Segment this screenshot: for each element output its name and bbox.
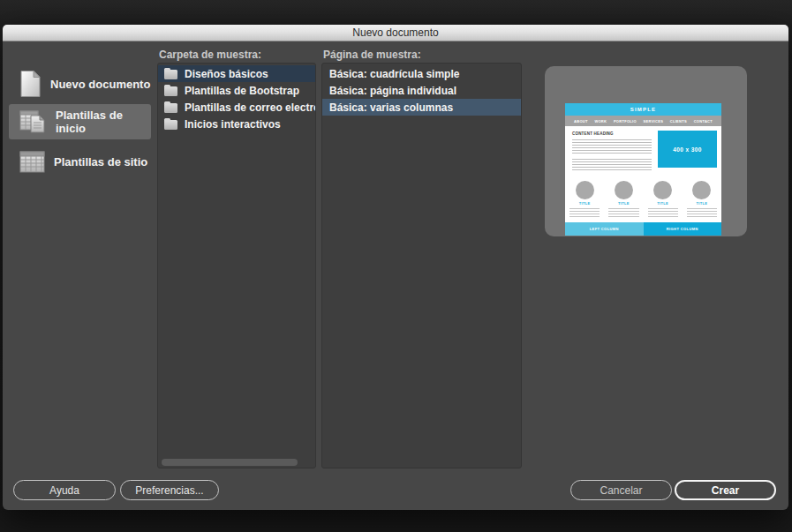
create-button[interactable]: Crear [675, 480, 776, 500]
dialog-title: Nuevo documento [352, 26, 438, 39]
horizontal-scrollbar-thumb[interactable] [162, 459, 298, 466]
sidebar-item-starter-templates[interactable]: Plantillas de inicio [9, 104, 151, 139]
sidebar-item-label: Nuevo documento [50, 78, 150, 91]
preview-site-title: SIMPLE [565, 103, 721, 116]
preview-text-placeholder [572, 139, 652, 154]
preview-nav-bar: ABOUT WORK PORTFOLIO SERVICES CLIENTS CO… [565, 116, 721, 126]
preview-footer-left: LEFT COLUMN [565, 222, 644, 236]
sidebar-item-label: Plantillas de inicio [56, 109, 151, 135]
cancel-button[interactable]: Cancelar [570, 480, 672, 500]
sample-page-list: Básica: cuadrícula simple Básica: página… [321, 63, 522, 468]
preview-text-placeholder [687, 208, 717, 219]
circle-image-placeholder [615, 181, 633, 199]
list-item-disenos-basicos[interactable]: Diseños básicos [158, 65, 315, 82]
list-item-pagina-individual[interactable]: Básica: página individual [322, 82, 521, 99]
help-button[interactable]: Ayuda [13, 480, 116, 500]
list-item-plantillas-correo[interactable]: Plantillas de correo electróni [158, 99, 315, 116]
sidebar-item-new-document[interactable]: Nuevo documento [9, 66, 151, 101]
folder-icon [164, 86, 177, 96]
new-document-icon [19, 70, 42, 99]
preview-content: CONTENT HEADING 400 x 300 [565, 126, 721, 181]
sample-page-header: Página de muestra: [323, 49, 421, 61]
list-item-inicios-interactivos[interactable]: Inicios interactivos [158, 116, 315, 132]
preview-footer: LEFT COLUMN RIGHT COLUMN [565, 222, 721, 236]
preview-text-placeholder [572, 159, 652, 170]
template-preview-panel: SIMPLE ABOUT WORK PORTFOLIO SERVICES CLI… [545, 66, 747, 236]
circle-image-placeholder [576, 181, 594, 199]
template-preview-thumbnail: SIMPLE ABOUT WORK PORTFOLIO SERVICES CLI… [565, 103, 721, 236]
preferences-button[interactable]: Preferencias... [120, 480, 219, 500]
preview-text-placeholder [569, 208, 600, 219]
sample-folder-list: Diseños básicos Plantillas de Bootstrap … [157, 63, 316, 468]
site-templates-icon [19, 150, 46, 174]
preview-circles-row: TITLE TITLE TITLE TITLE [565, 181, 721, 222]
preview-footer-right: RIGHT COLUMN [644, 222, 722, 236]
new-document-dialog: Nuevo documento Nuevo documento [3, 25, 788, 510]
list-item-plantillas-bootstrap[interactable]: Plantillas de Bootstrap [158, 82, 315, 99]
sidebar-item-site-templates[interactable]: Plantillas de sitio [9, 144, 151, 179]
folder-icon [164, 70, 177, 79]
circle-image-placeholder [692, 181, 711, 199]
preview-image-placeholder: 400 x 300 [658, 131, 717, 168]
preview-text-placeholder [648, 208, 678, 219]
list-item-cuadricula-simple[interactable]: Básica: cuadrícula simple [322, 65, 521, 82]
preview-content-heading: CONTENT HEADING [572, 131, 614, 136]
starter-templates-icon [19, 108, 48, 137]
preview-text-placeholder [608, 208, 638, 219]
folder-icon [164, 120, 177, 130]
circle-image-placeholder [653, 181, 672, 199]
sample-folder-header: Carpeta de muestra: [159, 49, 261, 61]
folder-icon [164, 103, 177, 113]
sidebar-item-label: Plantillas de sitio [54, 155, 147, 169]
list-item-varias-columnas[interactable]: Básica: varias columnas [322, 99, 521, 116]
dialog-titlebar[interactable]: Nuevo documento [3, 25, 788, 41]
